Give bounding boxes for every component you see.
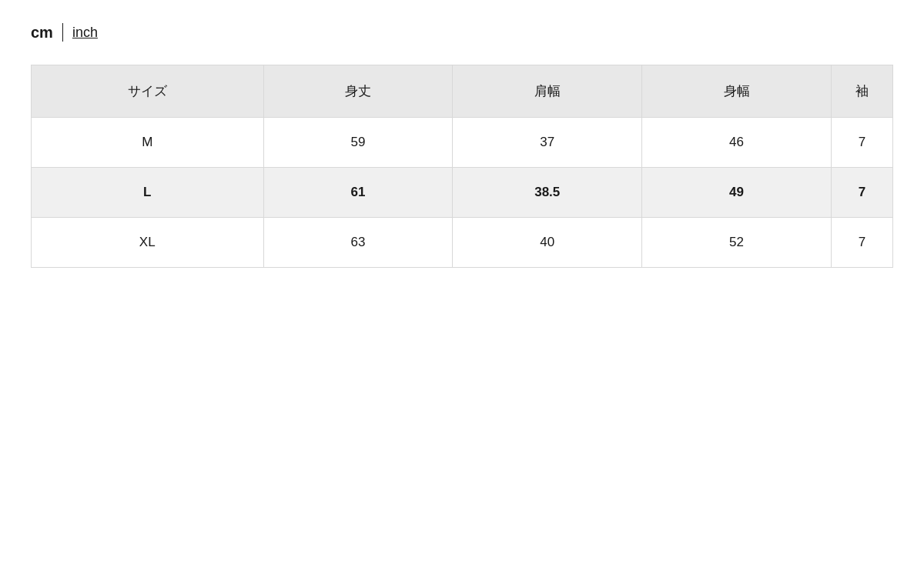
cell-shoulder-width: 40	[453, 218, 642, 268]
table-header-row: サイズ 身丈 肩幅 身幅 袖	[32, 65, 893, 118]
unit-divider	[62, 23, 63, 42]
cell-body-length: 63	[263, 218, 453, 268]
cell-body-length: 59	[263, 118, 453, 168]
cell-size: L	[32, 168, 264, 218]
size-chart-table: サイズ 身丈 肩幅 身幅 袖 M5937467L6138.5497XL63405…	[31, 65, 893, 268]
cell-shoulder-width: 38.5	[453, 168, 642, 218]
unit-inch-button[interactable]: inch	[72, 25, 98, 41]
cell-sleeve: 7	[832, 118, 893, 168]
cell-sleeve: 7	[832, 168, 893, 218]
unit-toggle: cm inch	[31, 23, 893, 42]
table-row: L6138.5497	[32, 168, 893, 218]
header-body-length: 身丈	[263, 65, 453, 118]
cell-sleeve: 7	[832, 218, 893, 268]
table-row: XL6340527	[32, 218, 893, 268]
cell-body-width: 52	[642, 218, 832, 268]
header-shoulder-width: 肩幅	[453, 65, 642, 118]
cell-size: XL	[32, 218, 264, 268]
cell-shoulder-width: 37	[453, 118, 642, 168]
cell-body-width: 46	[642, 118, 832, 168]
header-body-width: 身幅	[642, 65, 832, 118]
unit-cm-button[interactable]: cm	[31, 24, 53, 42]
cell-body-length: 61	[263, 168, 453, 218]
table-row: M5937467	[32, 118, 893, 168]
header-size: サイズ	[32, 65, 264, 118]
cell-body-width: 49	[642, 168, 832, 218]
header-sleeve: 袖	[832, 65, 893, 118]
cell-size: M	[32, 118, 264, 168]
